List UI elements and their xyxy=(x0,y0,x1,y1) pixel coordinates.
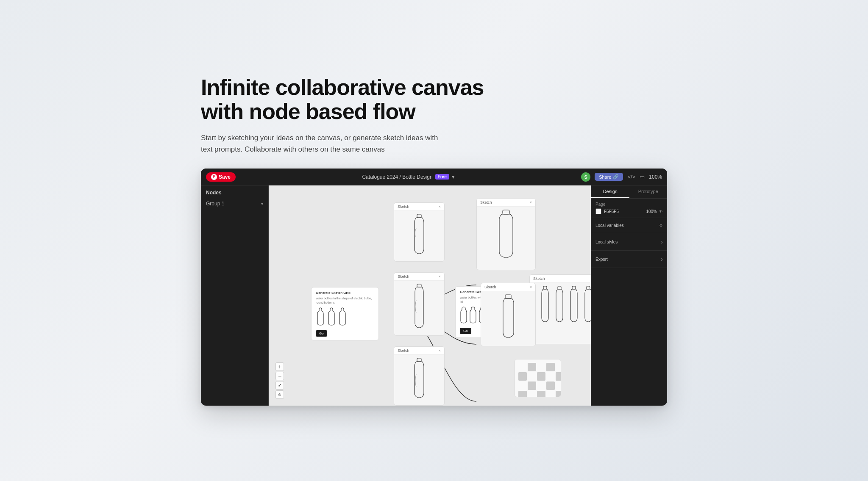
page-section: Page F5F5F5 100% 👁 xyxy=(591,199,667,218)
nodes-label: Nodes xyxy=(201,185,268,198)
code-icon[interactable]: </> xyxy=(627,174,635,180)
svg-rect-7 xyxy=(587,286,590,289)
save-button[interactable]: P Save xyxy=(206,172,236,182)
free-badge: Free xyxy=(435,174,449,180)
export-item[interactable]: Export › xyxy=(595,254,663,264)
close-icon-2[interactable]: × xyxy=(439,274,441,279)
avatar: S xyxy=(581,172,590,182)
page-wrapper: Infinite collaborative canvaswith node b… xyxy=(201,75,667,406)
local-variables-item[interactable]: Local variables ⚙ xyxy=(595,221,663,229)
group-1-item[interactable]: Group 1 ▾ xyxy=(201,198,268,209)
close-icon-6[interactable]: × xyxy=(530,285,532,289)
local-styles-section: Local styles › xyxy=(591,233,667,251)
toolbar-center: Catalogue 2024 / Bottle Design Free ▾ xyxy=(362,174,454,180)
sketch-node-top-center: Sketch × xyxy=(394,202,445,262)
canvas[interactable]: Generate Sketch Grid water bottles in th… xyxy=(269,185,591,406)
app-window: P Save Catalogue 2024 / Bottle Design Fr… xyxy=(201,169,667,406)
export-section: Export › xyxy=(591,251,667,268)
page-color-swatch[interactable] xyxy=(595,208,601,214)
add-export-icon[interactable]: › xyxy=(661,256,663,263)
breadcrumb: Catalogue 2024 / Bottle Design xyxy=(362,174,432,180)
chevron-down-icon: ▾ xyxy=(261,202,263,206)
settings-icon[interactable]: ⚙ xyxy=(659,223,663,228)
sketch-node-middle-center: Sketch × xyxy=(394,272,445,336)
toolbar: P Save Catalogue 2024 / Bottle Design Fr… xyxy=(201,169,667,185)
page-label: Page xyxy=(595,202,605,207)
tab-prototype[interactable]: Prototype xyxy=(629,185,668,198)
add-style-icon[interactable]: › xyxy=(661,238,663,245)
svg-rect-6 xyxy=(572,286,576,289)
eye-icon[interactable]: 👁 xyxy=(659,209,663,214)
close-icon-3[interactable]: × xyxy=(439,348,441,353)
svg-rect-0 xyxy=(417,214,421,218)
zoom-value: 100% xyxy=(649,174,662,180)
sketch-label-6: Sketch xyxy=(484,285,496,289)
dropdown-icon[interactable]: ▾ xyxy=(452,174,455,180)
close-icon-4[interactable]: × xyxy=(530,200,532,205)
left-panel: Nodes Group 1 ▾ xyxy=(201,185,269,406)
local-variables-label: Local variables xyxy=(595,223,624,228)
toolbar-left: P Save xyxy=(206,172,236,182)
checker-card xyxy=(515,359,561,397)
sketch-node-far-right-top: Sketch × xyxy=(476,198,536,270)
fit-button[interactable]: ⤢ xyxy=(275,381,284,390)
right-panel-tabs: Design Prototype xyxy=(591,185,667,199)
local-variables-section: Local variables ⚙ xyxy=(591,218,667,233)
svg-rect-3 xyxy=(503,210,509,214)
share-icon: 🔗 xyxy=(613,174,619,180)
hero-subtitle: Start by sketching your ideas on the can… xyxy=(201,132,438,155)
zoom-controls: + − ⤢ ⊙ xyxy=(275,362,284,399)
pinterest-icon: P xyxy=(211,174,217,180)
zoom-out-button[interactable]: − xyxy=(275,372,284,380)
prompt-go-button-1[interactable]: Go xyxy=(316,330,327,337)
svg-rect-5 xyxy=(558,286,561,289)
sketch-label-5: Sketch xyxy=(533,276,545,281)
local-styles-label: Local styles xyxy=(595,240,618,244)
sketch-label-2: Sketch xyxy=(398,274,409,279)
zoom-in-button[interactable]: + xyxy=(275,362,284,371)
prompt-card-1-text: water bottles in the shape of electric b… xyxy=(316,296,374,305)
sketch-label: Sketch xyxy=(398,205,409,209)
svg-rect-1 xyxy=(417,284,421,287)
toolbar-right: S Share 🔗 </> ▭ 100% xyxy=(581,172,662,182)
page-zoom-value: 100% xyxy=(646,209,657,214)
svg-rect-8 xyxy=(505,295,511,299)
sketch-node-bottom-center: Sketch × xyxy=(394,346,445,406)
prompt-go-button-2[interactable]: Go xyxy=(460,328,471,334)
sketch-label-4: Sketch xyxy=(480,200,492,205)
hero-section: Infinite collaborative canvaswith node b… xyxy=(201,75,667,155)
hero-title: Infinite collaborative canvaswith node b… xyxy=(201,75,667,124)
app-body: Nodes Group 1 ▾ xyxy=(201,185,667,406)
sketch-node-far-right-bottom: Sketch × xyxy=(481,283,536,346)
svg-rect-4 xyxy=(543,286,547,289)
sketch-label-3: Sketch xyxy=(398,348,409,353)
checker-grid xyxy=(515,359,561,397)
page-color-value: F5F5F5 xyxy=(604,209,619,214)
device-icon[interactable]: ▭ xyxy=(640,174,645,180)
svg-rect-2 xyxy=(417,358,421,362)
export-label: Export xyxy=(595,257,608,262)
sketch-node-bottles-group: Sketch × xyxy=(529,274,591,344)
local-styles-item[interactable]: Local styles › xyxy=(595,237,663,247)
prompt-card-1: Generate Sketch Grid water bottles in th… xyxy=(311,287,379,340)
close-icon[interactable]: × xyxy=(439,205,441,209)
share-button[interactable]: Share 🔗 xyxy=(595,173,623,181)
lock-button[interactable]: ⊙ xyxy=(275,390,284,399)
prompt-card-1-title: Generate Sketch Grid xyxy=(316,291,374,295)
tab-design[interactable]: Design xyxy=(591,185,629,198)
right-panel: Design Prototype Page F5F5F5 100% xyxy=(591,185,667,406)
